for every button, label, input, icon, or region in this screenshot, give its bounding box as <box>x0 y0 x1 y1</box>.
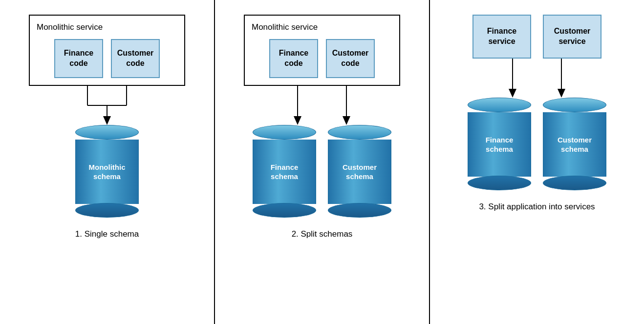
cyl-top-customer-3 <box>543 98 606 112</box>
customer-code-box-2: Customercode <box>326 39 375 78</box>
arrow-area-3 <box>440 59 634 98</box>
mono-title-2: Monolithic service <box>252 22 318 32</box>
db-area-1: Monolithicschema <box>75 125 139 218</box>
db-wrap-finance-3: Financeschema <box>468 98 531 190</box>
arrow-svg-3 <box>469 59 605 98</box>
finance-code-box-2: Financecode <box>269 39 318 78</box>
db-wrap-finance-2: Financeschema <box>253 125 316 218</box>
cyl-bottom-mono <box>75 203 139 218</box>
code-boxes-1: Financecode Customercode <box>54 39 160 78</box>
cyl-top-customer-2 <box>328 125 391 140</box>
diagram-container: Monolithic service Financecode Customerc… <box>0 0 644 324</box>
customer-service-box: Customerservice <box>543 15 601 59</box>
monolithic-box-2: Monolithic service Financecode Customerc… <box>244 15 400 86</box>
caption-1: 1. Single schema <box>75 229 139 239</box>
arrow-area-1 <box>10 86 204 125</box>
cyl-top-finance-2 <box>253 125 316 140</box>
finance-code-box-1: Financecode <box>54 39 103 78</box>
svg-marker-10 <box>509 89 516 98</box>
arrow-svg-1 <box>48 86 166 125</box>
cyl-body-customer-3: Customerschema <box>543 112 606 177</box>
panel-2: Monolithic service Financecode Customerc… <box>215 0 430 324</box>
svg-marker-12 <box>558 89 565 98</box>
cyl-body-finance-2: Financeschema <box>253 140 316 204</box>
db-area-2: Financeschema Customerschema <box>253 125 391 218</box>
cyl-bottom-customer-3 <box>543 176 606 190</box>
cyl-bottom-finance-2 <box>253 203 316 218</box>
service-boxes-row: Financeservice Customerservice <box>472 15 601 59</box>
cyl-bottom-customer-2 <box>328 203 391 218</box>
caption-3: 3. Split application into services <box>479 202 595 212</box>
db-wrap-customer-3: Customerschema <box>543 98 606 190</box>
svg-marker-6 <box>294 116 301 125</box>
db-area-3: Financeschema Customerschema <box>468 98 606 190</box>
caption-2: 2. Split schemas <box>292 229 353 239</box>
db-wrap-customer-2: Customerschema <box>328 125 391 218</box>
arrow-area-2 <box>225 86 419 125</box>
svg-marker-4 <box>103 116 111 125</box>
cyl-top-mono <box>75 125 139 140</box>
cyl-body-finance-3: Financeschema <box>468 112 531 177</box>
mono-title-1: Monolithic service <box>37 22 103 32</box>
cyl-bottom-finance-3 <box>468 176 531 190</box>
customer-code-box-1: Customercode <box>111 39 160 78</box>
cyl-body-customer-2: Customerschema <box>328 140 391 204</box>
arrow-svg-2 <box>254 86 390 125</box>
db-wrap-mono: Monolithicschema <box>75 125 139 218</box>
finance-service-box: Financeservice <box>472 15 531 59</box>
panel-3: Financeservice Customerservice Financesc… <box>430 0 644 324</box>
panel-1: Monolithic service Financecode Customerc… <box>0 0 215 324</box>
code-boxes-2: Financecode Customercode <box>269 39 375 78</box>
cyl-body-mono: Monolithicschema <box>75 140 139 204</box>
svg-marker-8 <box>343 116 350 125</box>
monolithic-box-1: Monolithic service Financecode Customerc… <box>29 15 185 86</box>
cyl-top-finance-3 <box>468 98 531 112</box>
